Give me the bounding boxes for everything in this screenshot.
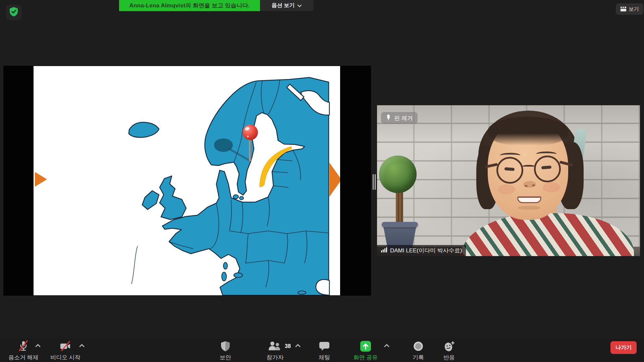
remove-pin-label: 핀 제거: [394, 114, 413, 122]
chat-bubble-icon: [319, 340, 330, 353]
nostril: [532, 184, 535, 186]
map-sardinia: [222, 272, 226, 281]
map-great-britain: [160, 176, 186, 220]
participant-count: 38: [285, 343, 291, 349]
cheek: [498, 184, 515, 194]
map-island: [233, 195, 238, 199]
record-label: 기록: [413, 354, 424, 361]
share-screen-label: 화면 공유: [354, 354, 378, 361]
leave-meeting-button[interactable]: 나가기: [610, 341, 637, 354]
zoom-meeting-window: Anna-Lena Almqvist의 화면을 보고 있습니다. 옵션 보기 보…: [0, 0, 644, 362]
remove-pin-button[interactable]: 핀 제거: [381, 112, 418, 124]
banner-text: Anna-Lena Almqvist의 화면을 보고 있습니다.: [129, 2, 250, 9]
glasses-lens: [534, 156, 561, 182]
signal-bars-icon: [381, 247, 387, 254]
participant-name-label: DAMI LEE(이다미 박사수료): [377, 245, 466, 256]
camera-off-icon: [59, 340, 72, 353]
map-crete: [298, 291, 306, 294]
view-label: 보기: [629, 6, 639, 12]
plant-pot-rim: [382, 222, 418, 227]
slide-prev-arrow: [35, 172, 47, 187]
mouth: [517, 196, 541, 203]
meeting-security-button[interactable]: [6, 5, 21, 20]
participant-video-tile[interactable]: 핀 제거 DAMI LEE(이다미 박사수료): [377, 105, 640, 256]
security-label: 보안: [220, 354, 231, 361]
map-iceland: [129, 122, 159, 137]
cheek: [543, 182, 560, 192]
participants-label: 참가자: [267, 354, 284, 361]
participants-button[interactable]: 참가자 38: [257, 340, 293, 361]
participant-name: DAMI LEE(이다미 박사수료): [390, 247, 462, 254]
options-label: 옵션 보기: [272, 2, 294, 9]
chat-label: 채팅: [319, 354, 330, 361]
meeting-toolbar: 음소거 해제 비디오 시작: [0, 339, 644, 362]
reactions-smiley-icon: [443, 340, 455, 353]
record-icon: [413, 340, 424, 353]
participants-caret[interactable]: [294, 343, 302, 349]
start-video-label: 비디오 시작: [50, 354, 80, 361]
shared-slide: [34, 66, 340, 295]
view-options-button[interactable]: 옵션 보기: [260, 0, 314, 11]
nostril: [525, 185, 528, 187]
chin-shadow: [518, 206, 541, 210]
grid-view-icon: [621, 7, 626, 11]
chevron-down-icon: [297, 3, 302, 9]
participant-shirt: [460, 213, 634, 256]
security-shield-icon: [9, 7, 18, 18]
panel-resize-handle[interactable]: [373, 174, 376, 190]
map-island: [239, 196, 244, 200]
reactions-button[interactable]: 반응: [431, 340, 468, 361]
glasses-bridge: [522, 165, 535, 168]
unmute-label: 음소거 해제: [8, 354, 39, 361]
share-options-caret[interactable]: [383, 343, 391, 349]
chat-button[interactable]: 채팅: [306, 340, 343, 361]
map-sicily: [234, 273, 243, 278]
share-screen-icon: [360, 340, 371, 353]
microphone-muted-icon: [18, 340, 29, 353]
screen-share-banner: Anna-Lena Almqvist의 화면을 보고 있습니다.: [119, 0, 260, 11]
video-options-caret[interactable]: [78, 343, 86, 349]
plant: [379, 156, 417, 193]
europe-map: [34, 66, 340, 295]
map-corsica: [223, 262, 227, 269]
reactions-label: 반응: [443, 354, 455, 361]
share-screen-button[interactable]: 화면 공유: [347, 340, 384, 361]
pushpin-icon: [386, 114, 391, 122]
audio-options-caret[interactable]: [35, 343, 42, 349]
security-shield-toolbar-icon: [220, 340, 230, 353]
glasses-lens: [496, 157, 523, 184]
participants-icon: [268, 340, 282, 353]
map-ireland: [142, 191, 159, 209]
security-button[interactable]: 보안: [207, 340, 244, 361]
slide-next-arrow: [329, 163, 340, 197]
view-layout-button[interactable]: 보기: [616, 3, 643, 15]
plant-trunk: [396, 191, 403, 226]
participant-hairline: [488, 117, 568, 145]
